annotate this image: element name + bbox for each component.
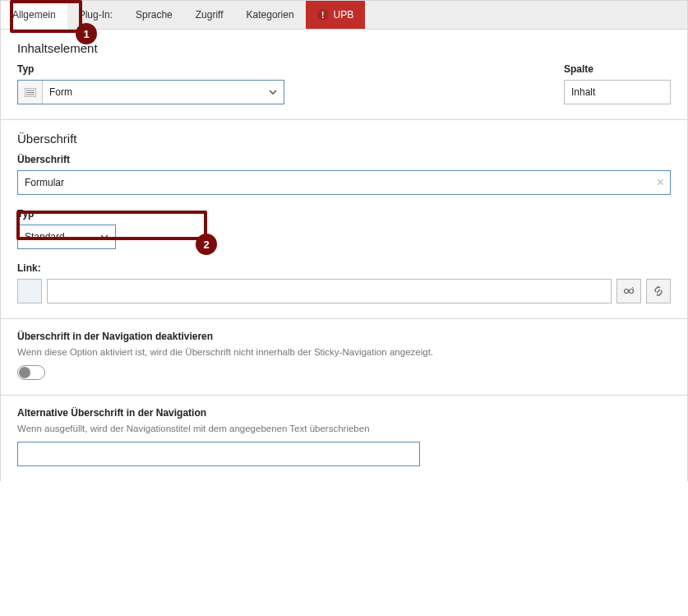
field-help: Wenn ausgefüllt, wird der Navigationstit… — [17, 424, 671, 433]
field-label-nav-alt: Alternative Überschrift in der Navigatio… — [17, 407, 671, 419]
tab-upb[interactable]: ! UPB — [306, 1, 366, 29]
content-type-icon — [18, 81, 43, 104]
chevron-down-icon — [100, 234, 109, 239]
tab-plugin[interactable]: Plug-In: — [67, 1, 124, 29]
clear-icon[interactable]: × — [657, 175, 664, 190]
link-wizard-button[interactable] — [616, 279, 641, 303]
wizard-icon — [623, 285, 635, 297]
toggle-knob — [19, 367, 30, 378]
field-help: Wenn diese Option aktiviert ist, wird di… — [17, 347, 671, 357]
field-label-ueberschrift-typ: Typ — [17, 208, 671, 220]
input-nav-alt[interactable] — [17, 442, 420, 466]
warning-icon: ! — [317, 9, 329, 21]
field-label-nav-disable: Überschrift in der Navigation deaktivier… — [17, 331, 671, 342]
select-ueberschrift-typ[interactable]: Standard — [17, 225, 116, 249]
field-label-typ: Typ — [17, 63, 284, 75]
tab-label: Zugriff — [196, 9, 224, 21]
section-title: Inhaltselement — [17, 41, 671, 55]
section-nav-disable: Überschrift in der Navigation deaktivier… — [1, 319, 687, 396]
input-link[interactable] — [47, 279, 612, 303]
chevron-down-icon — [269, 90, 277, 95]
input-ueberschrift[interactable] — [17, 170, 671, 195]
tab-label: Allgemein — [12, 9, 56, 21]
toggle-nav-disable[interactable] — [17, 365, 45, 380]
tab-label: Sprache — [136, 9, 173, 21]
panel-content: Inhaltselement Typ Form Spal — [0, 30, 688, 481]
section-nav-alt: Alternative Überschrift in der Navigatio… — [1, 396, 687, 481]
select-value: Form — [49, 86, 72, 98]
link-type-prefix — [17, 279, 42, 303]
tab-allgemein[interactable]: Allgemein — [1, 1, 67, 29]
svg-point-4 — [625, 289, 629, 294]
field-label-link: Link: — [17, 262, 671, 274]
tab-label: UPB — [334, 9, 354, 21]
tab-bar: Allgemein Plug-In: Sprache Zugriff Kateg… — [0, 0, 688, 30]
field-label-spalte: Spalte — [564, 63, 671, 75]
section-inhaltselement: Inhaltselement Typ Form Spal — [1, 30, 687, 120]
link-icon — [653, 285, 664, 297]
tab-sprache[interactable]: Sprache — [124, 1, 184, 29]
tab-label: Plug-In: — [79, 9, 113, 21]
field-label-ueberschrift: Überschrift — [17, 154, 671, 165]
tab-label: Kategorien — [247, 9, 294, 21]
select-typ[interactable]: Form — [17, 80, 284, 104]
tab-zugriff[interactable]: Zugriff — [184, 1, 235, 29]
select-value: Inhalt — [571, 86, 595, 98]
tab-kategorien[interactable]: Kategorien — [235, 1, 306, 29]
link-picker-button[interactable] — [646, 279, 671, 303]
select-spalte[interactable]: Inhalt — [564, 80, 671, 104]
section-ueberschrift: Überschrift Überschrift × Typ Standard — [1, 120, 687, 319]
section-title: Überschrift — [17, 132, 671, 146]
select-value: Standard — [25, 231, 65, 243]
